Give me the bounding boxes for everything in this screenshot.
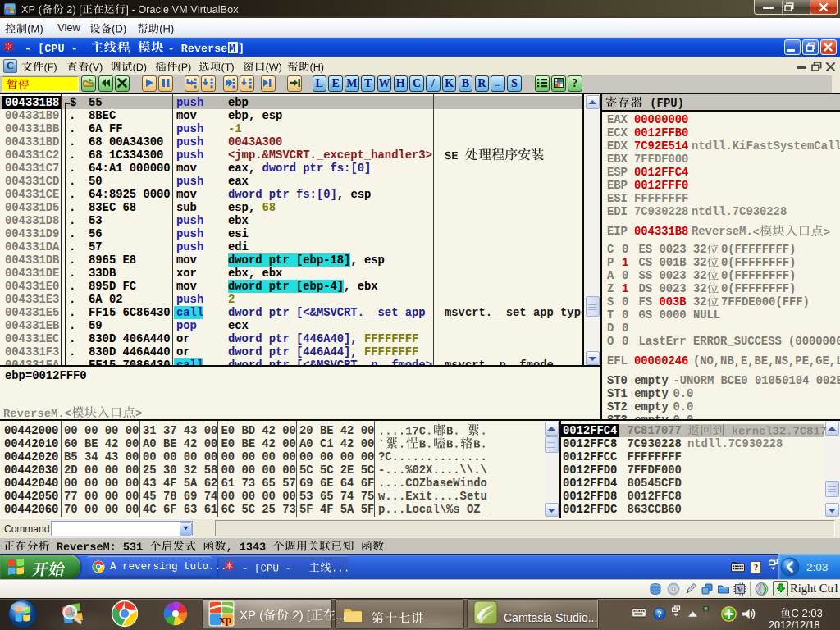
svg-text:xp: xp: [220, 614, 232, 626]
svg-text:?: ?: [657, 609, 662, 619]
svg-text:V: V: [737, 586, 743, 594]
